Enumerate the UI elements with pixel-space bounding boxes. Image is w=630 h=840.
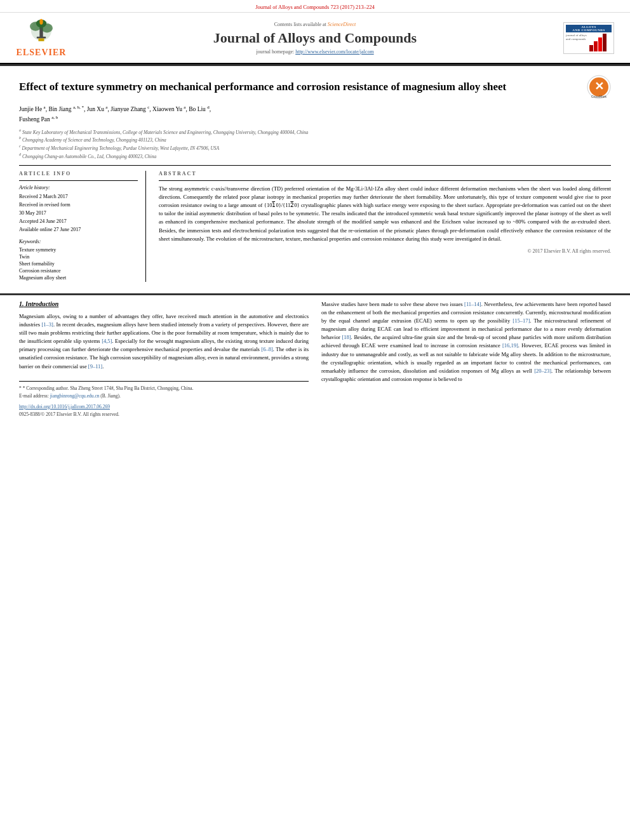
affiliation-a: a State Key Laboratory of Mechanical Tra… xyxy=(19,128,611,136)
article-info-heading: ARTICLE INFO xyxy=(19,171,138,177)
title-row: Effect of texture symmetry on mechanical… xyxy=(19,72,611,100)
journal-header: ELSEVIER Contents lists available at Sci… xyxy=(0,13,630,64)
doi-line: http://dx.doi.org/10.1016/j.jallcom.2017… xyxy=(19,404,309,411)
affiliations: a State Key Laboratory of Mechanical Tra… xyxy=(19,128,611,160)
journal-logo-box: ALLOYSAND COMPOUNDS journal of alloys an… xyxy=(563,22,614,54)
authors-line: Junjie He a, Bin Jiang a, b, *, Jun Xu a… xyxy=(19,104,611,125)
doi-link[interactable]: http://dx.doi.org/10.1016/j.jallcom.2017… xyxy=(19,404,110,410)
journal-citation: Journal of Alloys and Compounds 723 (201… xyxy=(255,4,375,10)
history-heading: Article history: xyxy=(19,185,138,190)
elsevier-brand: ELSEVIER xyxy=(17,48,67,58)
affiliation-b: b Chongqing Academy of Science and Techn… xyxy=(19,135,611,143)
contents-line: Contents lists available at ScienceDirec… xyxy=(76,22,554,27)
intro-left-col: 1. Introduction Magnesium alloys, owing … xyxy=(19,300,309,420)
intro-left-text: Magnesium alloys, owing to a number of a… xyxy=(19,312,309,371)
article-content: Effect of texture symmetry on mechanical… xyxy=(0,66,630,288)
journal-header-center: Contents lists available at ScienceDirec… xyxy=(70,22,560,55)
abstract-panel: ABSTRACT The strong asymmetric c-axis//t… xyxy=(159,171,611,282)
journal-logo-text: journal of alloys and compounds xyxy=(566,34,588,51)
received-date: Received 2 March 2017 xyxy=(19,193,138,200)
copyright: © 2017 Elsevier B.V. All rights reserved… xyxy=(159,248,611,254)
issn-line: 0925-8388/© 2017 Elsevier B.V. All right… xyxy=(19,411,309,418)
svg-text:CrossMark: CrossMark xyxy=(591,95,607,98)
abstract-text: The strong asymmetric c-axis//transverse… xyxy=(159,185,611,243)
section-divider xyxy=(0,293,630,295)
available-date: Available online 27 June 2017 xyxy=(19,226,138,233)
introduction-section: 1. Introduction Magnesium alloys, owing … xyxy=(0,300,630,420)
keyword-4: Corrosion resistance xyxy=(19,268,138,274)
sciencedirect-link[interactable]: ScienceDirect xyxy=(328,22,356,27)
journal-logo-bars xyxy=(589,34,607,51)
email-link[interactable]: jiangbinrong@cqu.edu.cn xyxy=(50,393,100,399)
received-revised-date: 30 May 2017 xyxy=(19,210,138,217)
svg-rect-6 xyxy=(39,38,44,41)
info-divider xyxy=(19,180,138,181)
journal-logo-right: ALLOYSAND COMPOUNDS journal of alloys an… xyxy=(560,22,617,54)
keyword-2: Twin xyxy=(19,254,138,260)
crossmark-icon: ✕ CrossMark xyxy=(587,75,611,99)
footnote-area: * * Corresponding author. Sha Zheng Stre… xyxy=(19,381,309,418)
journal-homepage-line: journal homepage: http://www.elsevier.co… xyxy=(76,49,554,55)
article-title: Effect of texture symmetry on mechanical… xyxy=(19,80,506,94)
svg-point-7 xyxy=(39,19,43,25)
intro-right-text: Massive studies have been made to solve … xyxy=(321,300,611,384)
keyword-5: Magnesium alloy sheet xyxy=(19,275,138,281)
keywords-heading: Keywords: xyxy=(19,239,138,244)
abstract-divider xyxy=(159,180,611,181)
accepted-date: Accepted 24 June 2017 xyxy=(19,218,138,225)
intro-heading: 1. Introduction xyxy=(19,300,309,307)
intro-right-col: Massive studies have been made to solve … xyxy=(321,300,611,420)
received-revised-label: Received in revised form xyxy=(19,201,138,208)
corresponding-footnote: * * Corresponding author. Sha Zheng Stre… xyxy=(19,385,309,392)
svg-rect-5 xyxy=(37,37,46,39)
keyword-1: Texture symmetry xyxy=(19,247,138,253)
journal-logo-body: journal of alloys and compounds xyxy=(566,34,612,51)
article-info-panel: ARTICLE INFO Article history: Received 2… xyxy=(19,171,146,282)
top-bar: Journal of Alloys and Compounds 723 (201… xyxy=(0,0,630,13)
article-info-abstract: ARTICLE INFO Article history: Received 2… xyxy=(19,165,611,282)
svg-text:✕: ✕ xyxy=(594,80,604,93)
abstract-heading: ABSTRACT xyxy=(159,171,611,177)
journal-title: Journal of Alloys and Compounds xyxy=(76,30,554,46)
elsevier-tree-icon xyxy=(22,18,60,46)
journal-homepage-link[interactable]: http://www.elsevier.com/locate/jalcom xyxy=(295,49,373,55)
email-footnote: E-mail address: jiangbinrong@cqu.edu.cn … xyxy=(19,393,309,400)
affiliation-d: d Chongqing Chang-an Automobile Co., Ltd… xyxy=(19,152,611,160)
crossmark-badge: ✕ CrossMark xyxy=(587,75,611,100)
keyword-3: Sheet formability xyxy=(19,261,138,267)
affiliation-c: c Department of Mechanical Engineering T… xyxy=(19,143,611,152)
elsevier-logo: ELSEVIER xyxy=(13,18,70,58)
journal-logo-header: ALLOYSAND COMPOUNDS xyxy=(566,25,612,32)
